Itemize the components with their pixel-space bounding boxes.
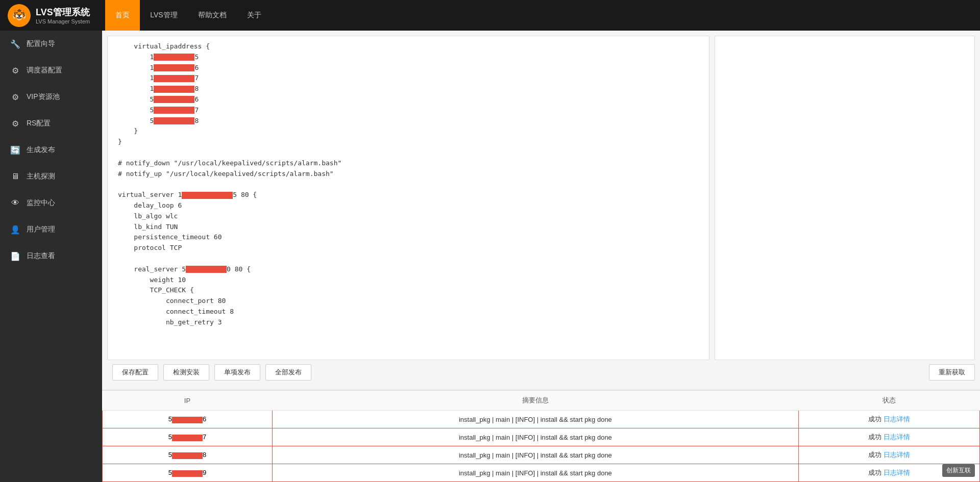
monitor-icon: 👁 — [10, 198, 20, 208]
cell-ip: 58 — [103, 446, 273, 464]
right-panel-buttons: 重新获取 — [715, 360, 975, 385]
cell-message: install_pkg | main | [INFO] | install &&… — [272, 428, 798, 446]
single-publish-button[interactable]: 单项发布 — [214, 364, 260, 380]
full-publish-button[interactable]: 全部发布 — [265, 364, 311, 380]
host-probe-icon: 🖥 — [10, 171, 20, 182]
cell-message: install_pkg | main | [INFO] | install &&… — [272, 411, 798, 428]
result-table: IP 摘要信息 状态 56install_pkg | main | [INFO]… — [102, 391, 980, 482]
col-header-message: 摘要信息 — [272, 391, 798, 411]
rs-config-icon: ⚙ — [10, 118, 20, 129]
cell-message: install_pkg | main | [INFO] | install &&… — [272, 464, 798, 482]
config-buttons: 保存配置 检测安装 单项发布 全部发布 — [107, 360, 709, 385]
cell-status: 成功 日志详情 — [798, 411, 979, 428]
sidebar-item-rs-config[interactable]: ⚙ RS配置 — [0, 110, 102, 137]
publish-icon: 🔄 — [10, 145, 20, 155]
col-header-status: 状态 — [798, 391, 979, 411]
sidebar-item-vip-pool[interactable]: ⚙ VIP资源池 — [0, 84, 102, 110]
sidebar: 🔧 配置向导 ⚙ 调度器配置 ⚙ VIP资源池 ⚙ RS配置 🔄 生成发布 🖥 … — [0, 31, 102, 482]
sidebar-item-log[interactable]: 📄 日志查看 — [0, 243, 102, 269]
sidebar-item-scheduler[interactable]: ⚙ 调度器配置 — [0, 57, 102, 84]
right-panel-content — [715, 36, 975, 360]
log-icon: 📄 — [10, 251, 20, 261]
cell-status: 成功 日志详情 — [798, 428, 979, 446]
nav-help[interactable]: 帮助文档 — [188, 0, 237, 31]
config-wizard-icon: 🔧 — [10, 39, 20, 49]
sidebar-item-monitor[interactable]: 👁 监控中心 — [0, 190, 102, 216]
logo-icon: 🐯 — [8, 4, 31, 27]
bottom-table-area: IP 摘要信息 状态 56install_pkg | main | [INFO]… — [102, 390, 980, 482]
right-panel: 重新获取 — [715, 31, 980, 390]
user-mgmt-icon: 👤 — [10, 224, 20, 235]
nav-lvs[interactable]: LVS管理 — [140, 0, 187, 31]
table-row: 59install_pkg | main | [INFO] | install … — [103, 464, 980, 482]
log-link[interactable]: 日志详情 — [884, 469, 910, 476]
nav-about[interactable]: 关于 — [237, 0, 272, 31]
cell-ip: 56 — [103, 411, 273, 428]
scheduler-icon: ⚙ — [10, 65, 20, 75]
nav-home[interactable]: 首页 — [105, 0, 140, 31]
main-content: virtual_ipaddress { 15 16 17 18 56 57 58… — [102, 31, 980, 482]
sidebar-item-host-probe[interactable]: 🖥 主机探测 — [0, 163, 102, 190]
table-row: 57install_pkg | main | [INFO] | install … — [103, 428, 980, 446]
log-link[interactable]: 日志详情 — [884, 451, 910, 459]
app-subtitle: LVS Manager System — [36, 18, 90, 24]
main-nav: 首页 LVS管理 帮助文档 关于 — [105, 0, 271, 31]
cell-ip: 57 — [103, 428, 273, 446]
watermark: 创新互联 — [942, 464, 975, 477]
log-link[interactable]: 日志详情 — [884, 415, 910, 423]
cell-message: install_pkg | main | [INFO] | install &&… — [272, 446, 798, 464]
check-install-button[interactable]: 检测安装 — [163, 364, 209, 380]
app-title: LVS管理系统 — [36, 6, 90, 18]
save-config-button[interactable]: 保存配置 — [112, 364, 158, 380]
config-editor[interactable]: virtual_ipaddress { 15 16 17 18 56 57 58… — [108, 36, 709, 360]
app-logo: 🐯 LVS管理系统 LVS Manager System — [8, 4, 90, 27]
cell-status: 成功 日志详情 — [798, 446, 979, 464]
sidebar-item-config-wizard[interactable]: 🔧 配置向导 — [0, 31, 102, 57]
refresh-button[interactable]: 重新获取 — [929, 364, 975, 380]
cell-ip: 59 — [103, 464, 273, 482]
sidebar-item-user-mgmt[interactable]: 👤 用户管理 — [0, 216, 102, 243]
sidebar-item-publish[interactable]: 🔄 生成发布 — [0, 137, 102, 163]
table-row: 56install_pkg | main | [INFO] | install … — [103, 411, 980, 428]
vip-pool-icon: ⚙ — [10, 92, 20, 102]
log-link[interactable]: 日志详情 — [884, 433, 910, 441]
col-header-ip: IP — [103, 391, 273, 411]
table-row: 58install_pkg | main | [INFO] | install … — [103, 446, 980, 464]
config-editor-wrapper: virtual_ipaddress { 15 16 17 18 56 57 58… — [107, 36, 709, 360]
config-area: virtual_ipaddress { 15 16 17 18 56 57 58… — [102, 31, 715, 390]
